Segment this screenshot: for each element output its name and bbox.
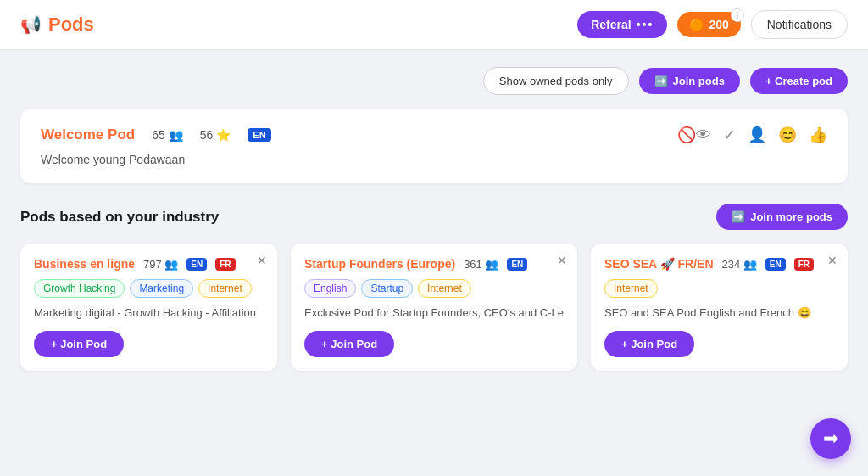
welcome-pod-description: Welcome young Podawaan [41,153,827,166]
join-pod-button[interactable]: + Join Pod [304,331,394,357]
star-icon: ⭐ [216,128,231,142]
main-content: Show owned pods only ➡️ Join pods + Crea… [0,50,868,388]
pod-card: ✕ Business en ligne 797 👥 ENFR Growth Ha… [20,244,277,371]
lang-badge-en: EN [507,258,527,271]
tag: Growth Hacking [34,279,125,298]
welcome-card-left: Welcome Pod 65 👥 56 ⭐ EN [41,126,271,143]
logo-area: 📢 Pods [20,14,94,36]
coin-icon: 🟠 [689,18,704,31]
welcome-card-icons: 🚫👁 ✓ 👤 😊 👍 [677,126,827,144]
members-count: 65 [152,128,165,142]
lang-badge-en: EN [186,258,207,271]
join-pods-icon: ➡️ [654,75,668,87]
pod-close-button[interactable]: ✕ [257,254,267,267]
lang-badge-en: EN [765,258,786,271]
emoji-icon[interactable]: 😊 [778,126,797,144]
welcome-card-header: Welcome Pod 65 👥 56 ⭐ EN 🚫👁 ✓ 👤 😊 👍 [41,126,827,144]
pod-title: Startup Founders (Europe) [304,257,455,271]
tag: Internet [418,279,471,298]
industry-section-title: Pods based on your industry [20,209,219,226]
app-title: Pods [48,14,94,36]
pod-description: Marketing digital - Growth Hacking - Aff… [34,306,264,319]
pod-members: 361 👥 [464,258,498,271]
pod-card-header: Business en ligne 797 👥 ENFR [34,257,264,271]
thumbs-up-icon[interactable]: 👍 [809,126,827,144]
create-pod-button[interactable]: + Create pod [750,68,848,94]
pod-card-header: SEO SEA 🚀 FR/EN 234 👥 ENFR [604,257,834,271]
welcome-pod-card: Welcome Pod 65 👥 56 ⭐ EN 🚫👁 ✓ 👤 😊 👍 Welc [20,109,848,183]
industry-section-header: Pods based on your industry ➡️ Join more… [20,204,848,230]
pod-tags: EnglishStartupInternet [304,279,564,298]
join-pods-label: Join pods [673,75,725,87]
eye-off-icon[interactable]: 🚫👁 [677,126,711,144]
pod-description: Exclusive Pod for Startup Founders, CEO'… [304,306,564,319]
pod-card: ✕ SEO SEA 🚀 FR/EN 234 👥 ENFR Internet SE… [591,244,848,371]
stars-count: 56 [200,128,214,142]
add-user-icon[interactable]: 👤 [748,126,766,144]
pod-title: Business en ligne [34,257,135,271]
pod-members: 234 👥 [722,258,757,271]
pod-description: SEO and SEA Pod English and French 😄 [604,306,834,319]
pods-grid: ✕ Business en ligne 797 👥 ENFR Growth Ha… [20,244,848,371]
pod-card-header: Startup Founders (Europe) 361 👥 EN [304,257,564,271]
referal-button[interactable]: Referal ••• [577,11,667,38]
notifications-button[interactable]: Notifications [751,10,848,39]
credits-value: 200 [709,18,728,31]
join-more-pods-button[interactable]: ➡️ Join more pods [716,204,848,230]
welcome-lang-badge: EN [248,128,270,142]
members-icon: 👥 [169,128,183,142]
pod-close-button[interactable]: ✕ [557,254,567,267]
welcome-pod-stars: 56 ⭐ [200,128,231,142]
credits-badge[interactable]: 🟠 200 i [677,12,740,37]
pod-tags: Internet [604,279,834,298]
check-icon[interactable]: ✓ [723,126,736,144]
join-more-icon: ➡️ [732,210,745,223]
join-pods-button[interactable]: ➡️ Join pods [639,68,740,94]
pod-title: SEO SEA 🚀 FR/EN [604,257,714,271]
info-icon: i [731,8,744,22]
action-bar: Show owned pods only ➡️ Join pods + Crea… [20,67,848,95]
join-pod-button[interactable]: + Join Pod [604,331,694,357]
show-owned-button[interactable]: Show owned pods only [483,67,629,95]
pod-close-button[interactable]: ✕ [827,254,837,267]
referal-label: Referal [591,18,631,31]
header-right: Referal ••• 🟠 200 i Notifications [577,10,848,39]
pod-card: ✕ Startup Founders (Europe) 361 👥 EN Eng… [291,244,577,371]
header: 📢 Pods Referal ••• 🟠 200 i Notifications [0,0,868,50]
tag: Marketing [130,279,193,298]
tag: Internet [198,279,252,298]
pod-members: 797 👥 [143,258,178,271]
tag: English [304,279,356,298]
welcome-pod-members: 65 👥 [152,128,183,142]
megaphone-icon: 📢 [20,14,42,35]
referal-dots: ••• [637,18,654,31]
tag: Startup [361,279,413,298]
welcome-pod-title: Welcome Pod [41,126,135,143]
tag: Internet [604,279,658,298]
lang-badge-fr: FR [215,258,235,271]
lang-badge-fr: FR [794,258,814,271]
pod-tags: Growth HackingMarketingInternet [34,279,264,298]
fab-button[interactable]: ➡ [810,418,851,459]
join-pod-button[interactable]: + Join Pod [34,331,124,357]
join-more-label: Join more pods [750,210,832,223]
